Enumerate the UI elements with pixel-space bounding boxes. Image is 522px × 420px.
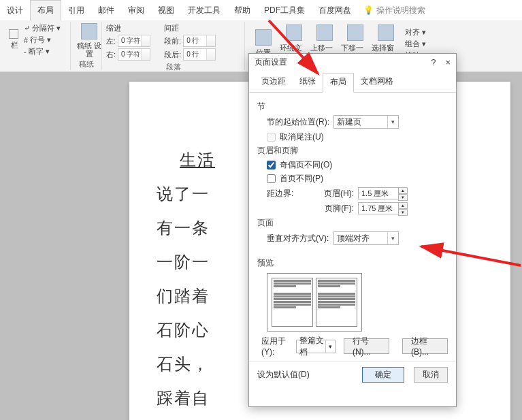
header-distance-label: 页眉(H):	[314, 188, 354, 199]
footer-distance-input[interactable]: 1.75 厘米▴▾	[358, 202, 399, 214]
set-default-button[interactable]: 设为默认值(D)	[257, 367, 310, 383]
line-numbers-dialog-button[interactable]: 行号(N)...	[344, 338, 390, 354]
page-setup-group-label	[7, 67, 66, 69]
header-distance-input[interactable]: 1.5 厘米▴▾	[358, 187, 399, 199]
valign-combo[interactable]: 顶端对齐▾	[333, 231, 399, 245]
ok-button[interactable]: 确定	[362, 367, 404, 383]
close-icon[interactable]: ×	[445, 57, 451, 67]
doc-line: 有一条	[157, 219, 210, 237]
tab-help[interactable]: 帮助	[227, 1, 257, 20]
group-button[interactable]: 组合 ▾	[405, 39, 426, 49]
spacing-before-input[interactable]: 0 行	[183, 35, 216, 47]
indent-title: 缩进	[106, 23, 150, 33]
tell-me-search[interactable]: 操作说明搜索	[376, 5, 425, 16]
paragraph-group-label: 段落	[106, 61, 240, 72]
tab-baidu[interactable]: 百度网盘	[312, 1, 358, 20]
borders-dialog-button[interactable]: 边框(B)...	[402, 338, 448, 354]
doc-line: 一阶一	[157, 253, 210, 271]
spacing-title: 间距	[164, 23, 216, 33]
dialog-tab-margins[interactable]: 页边距	[255, 73, 293, 92]
manuscript-icon	[81, 23, 97, 39]
doc-line: 踩着自	[157, 389, 210, 407]
ribbon-tabs: 设计 布局 引用 邮件 审阅 视图 开发工具 帮助 PDF工具集 百度网盘 💡 …	[0, 0, 522, 20]
section-heading: 节	[257, 101, 448, 112]
tab-pdf[interactable]: PDF工具集	[257, 1, 312, 20]
position-icon	[255, 29, 272, 46]
indent-right-label: 右:	[106, 50, 116, 60]
dialog-tab-layout[interactable]: 布局	[323, 73, 354, 93]
help-icon[interactable]: ?	[431, 57, 436, 67]
tab-developer[interactable]: 开发工具	[181, 1, 227, 20]
tab-layout[interactable]: 布局	[30, 0, 61, 20]
selection-icon	[378, 25, 394, 41]
hyphenation-button[interactable]: -断字 ▾	[24, 46, 61, 56]
tab-references[interactable]: 引用	[61, 1, 91, 20]
columns-icon	[9, 29, 18, 39]
doc-line: 石阶心	[157, 321, 210, 339]
from-edge-label: 距边界:	[267, 188, 310, 199]
dialog-titlebar[interactable]: 页面设置 ? ×	[249, 54, 456, 70]
page-heading: 页面	[257, 217, 448, 229]
paper-group-label: 稿纸	[75, 58, 97, 69]
dialog-tab-grid[interactable]: 文档网格	[354, 73, 400, 92]
tab-view[interactable]: 视图	[151, 1, 181, 20]
lightbulb-icon: 💡	[363, 5, 374, 15]
preview-thumbnail	[267, 273, 362, 332]
backward-icon	[347, 25, 363, 41]
header-footer-heading: 页眉和页脚	[257, 145, 448, 157]
doc-line: 生活	[180, 150, 215, 169]
apply-to-label: 应用于(Y):	[261, 336, 292, 357]
dialog-tab-paper[interactable]: 纸张	[293, 73, 323, 92]
tab-review[interactable]: 审阅	[121, 1, 151, 20]
doc-line: 说了一	[157, 184, 210, 203]
chevron-down-icon: ▾	[387, 116, 398, 128]
suppress-endnotes-checkbox[interactable]: 取消尾注(U)	[267, 131, 448, 143]
cancel-button[interactable]: 取消	[414, 367, 448, 383]
columns-button[interactable]: 栏	[11, 40, 18, 50]
chevron-down-icon: ▾	[325, 340, 335, 353]
section-start-label: 节的起始位置(R):	[267, 116, 329, 128]
spacing-before-label: 段前:	[164, 36, 181, 46]
doc-line: 们踏着	[157, 287, 210, 305]
tab-mailings[interactable]: 邮件	[91, 1, 121, 20]
manuscript-paper-button[interactable]: 稿纸 设置	[75, 23, 103, 58]
footer-distance-label: 页脚(F):	[314, 203, 354, 214]
doc-line: 石头，	[157, 355, 210, 373]
dialog-tabs: 页边距 纸张 布局 文档网格	[249, 70, 456, 93]
breaks-button[interactable]: ⤶分隔符 ▾	[24, 23, 61, 33]
wrap-icon	[286, 25, 302, 41]
diff-odd-even-checkbox[interactable]: 奇偶页不同(O)	[267, 159, 448, 171]
section-start-combo[interactable]: 新建页▾	[333, 115, 399, 129]
chevron-down-icon: ▾	[387, 232, 398, 244]
line-numbers-button[interactable]: #行号 ▾	[24, 35, 61, 45]
spacing-after-label: 段后:	[164, 50, 181, 60]
align-button[interactable]: 对齐 ▾	[405, 27, 426, 37]
diff-first-page-checkbox[interactable]: 首页不同(P)	[267, 173, 448, 184]
indent-left-label: 左:	[106, 36, 116, 46]
indent-left-input[interactable]: 0 字符	[118, 35, 150, 47]
tab-design[interactable]: 设计	[0, 1, 30, 20]
indent-right-input[interactable]: 0 字符	[118, 48, 150, 61]
preview-heading: 预览	[257, 257, 448, 269]
dialog-title: 页面设置	[255, 56, 287, 68]
valign-label: 垂直对齐方式(V):	[267, 233, 329, 244]
forward-icon	[316, 25, 333, 41]
page-setup-dialog: 页面设置 ? × 页边距 纸张 布局 文档网格 节 节的起始位置(R): 新建页…	[248, 53, 457, 407]
spacing-after-input[interactable]: 0 行	[183, 48, 216, 61]
apply-to-combo[interactable]: 整篇文档▾	[296, 340, 336, 353]
